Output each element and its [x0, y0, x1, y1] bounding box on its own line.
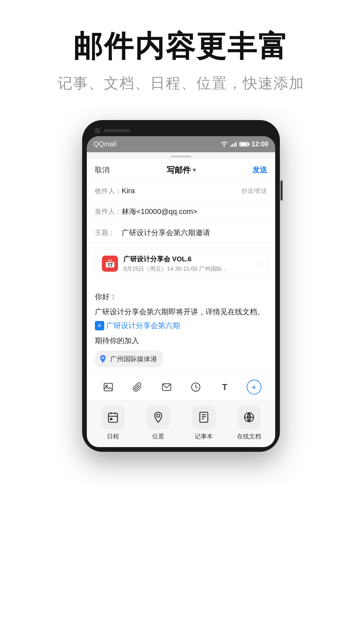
compose-toolbar: T +: [87, 374, 275, 400]
calendar-card-icon: 📅: [102, 256, 118, 272]
location-action-label: 位置: [152, 432, 164, 440]
calendar-action-icon: [107, 411, 119, 423]
svg-rect-1: [104, 383, 112, 391]
calendar-action-label: 日程: [107, 432, 119, 440]
from-value: 林海<10000@qq.com>: [122, 207, 267, 217]
email-body[interactable]: 你好： 广研设计分享会第六期即将开讲，详情见在线文档。 A 广研设计分享会第六期…: [87, 284, 275, 374]
subject-value: 广研设计分享会第六期邀请: [122, 228, 267, 238]
toolbar-attachment-button[interactable]: [123, 378, 152, 396]
phone-screen: QQmail: [87, 136, 275, 447]
to-label: 收件人：: [95, 186, 122, 196]
to-field[interactable]: 收件人： Kira 抄送/密送: [87, 181, 275, 201]
phone-mockup: QQmail: [0, 120, 362, 452]
clock-icon: [191, 382, 201, 392]
page-header: 邮件内容更丰富 记事、文档、日程、位置，快速添加: [0, 0, 362, 113]
camera-area: [95, 128, 130, 133]
calendar-action-icon-wrap: [101, 406, 125, 429]
wifi-icon: [221, 142, 228, 147]
doc-icon-label: A: [98, 322, 101, 329]
toolbar-text-button[interactable]: T: [210, 378, 239, 396]
calendar-card-chevron: ›: [258, 260, 260, 267]
send-button[interactable]: 发送: [252, 165, 267, 175]
doc-icon: A: [95, 321, 104, 330]
camera-dot: [95, 128, 100, 133]
action-calendar[interactable]: 日程: [90, 406, 136, 440]
docs-action-icon-wrap: [237, 406, 261, 429]
status-bar: QQmail: [87, 136, 275, 152]
subject-label: 主题：: [95, 228, 122, 237]
calendar-card-detail: 9月25日（周五）14:30-15:00 广州国际…: [123, 265, 258, 273]
phone-side-button: [281, 180, 283, 201]
location-pin-icon: [98, 354, 108, 364]
status-app-name: QQmail: [94, 140, 116, 148]
calendar-emoji: 📅: [105, 258, 115, 269]
speaker-bar: [104, 129, 130, 132]
cancel-button[interactable]: 取消: [95, 165, 110, 175]
compose-title-arrow: ▾: [193, 166, 196, 174]
toolbar-clock-button[interactable]: [181, 378, 210, 396]
doc-link-text: 广研设计分享会第六期: [106, 319, 180, 332]
calendar-card-info: 广研设计分享会 VOL.6 9月25日（周五）14:30-15:00 广州国际…: [123, 255, 258, 273]
subject-field[interactable]: 主题： 广研设计分享会第六期邀请: [87, 222, 275, 244]
email-closing: 期待你的加入: [95, 334, 267, 347]
status-icons: 12:00: [221, 140, 268, 148]
location-chip[interactable]: 广州国际媒体港: [95, 351, 163, 367]
status-time: 12:00: [251, 140, 268, 148]
cc-bcc-button[interactable]: 抄送/密送: [241, 187, 267, 195]
text-format-icon: T: [222, 382, 228, 392]
location-chip-label: 广州国际媒体港: [110, 353, 157, 365]
plus-icon: +: [247, 380, 261, 394]
image-icon: [103, 382, 113, 392]
attachment-icon: [132, 382, 142, 392]
from-field: 发件人： 林海<10000@qq.com>: [87, 201, 275, 222]
location-action-icon-wrap: [146, 406, 170, 429]
signal-icon: [231, 142, 237, 147]
docs-action-label: 在线文档: [237, 432, 261, 440]
phone-notch-bar: [87, 125, 275, 136]
doc-link[interactable]: A 广研设计分享会第六期: [95, 319, 180, 332]
email-text: 广研设计分享会第六期即将开讲，详情见在线文档。 A 广研设计分享会第六期: [95, 306, 267, 332]
compose-title: 写邮件 ▾: [167, 165, 196, 175]
toolbar-image-button[interactable]: [94, 378, 123, 396]
email-text-content: 广研设计分享会第六期即将开讲，详情见在线文档。: [95, 308, 264, 316]
toolbar-plus-button[interactable]: +: [239, 378, 268, 396]
page-title: 邮件内容更丰富: [0, 30, 362, 63]
pull-bar: [171, 156, 191, 157]
phone-outer: QQmail: [82, 120, 280, 452]
svg-rect-9: [110, 418, 112, 420]
svg-point-10: [157, 414, 160, 417]
toolbar-mail-button[interactable]: [152, 378, 181, 396]
calendar-attachment-card[interactable]: 📅 广研设计分享会 VOL.6 9月25日（周五）14:30-15:00 广州国…: [95, 249, 267, 278]
svg-rect-11: [200, 412, 208, 422]
compose-header: 取消 写邮件 ▾ 发送: [87, 159, 275, 181]
location-action-icon: [152, 411, 164, 423]
notepad-action-icon-wrap: [192, 406, 216, 429]
pull-indicator: [87, 152, 275, 159]
svg-rect-5: [108, 413, 117, 422]
to-value: Kira: [122, 186, 241, 195]
page-subtitle: 记事、文档、日程、位置，快速添加: [0, 73, 362, 93]
action-location[interactable]: 位置: [136, 406, 181, 440]
from-label: 发件人：: [95, 207, 122, 216]
battery-icon: [239, 142, 249, 147]
notepad-action-label: 记事本: [195, 432, 213, 440]
calendar-card-title: 广研设计分享会 VOL.6: [123, 255, 258, 264]
docs-action-icon: [243, 411, 255, 423]
action-docs[interactable]: 在线文档: [227, 406, 272, 440]
notepad-action-icon: [198, 411, 210, 423]
mail-icon: [162, 382, 172, 392]
email-greeting: 你好：: [95, 290, 267, 303]
bottom-action-bar: 日程 位置: [87, 400, 275, 447]
action-notepad[interactable]: 记事本: [181, 406, 227, 440]
